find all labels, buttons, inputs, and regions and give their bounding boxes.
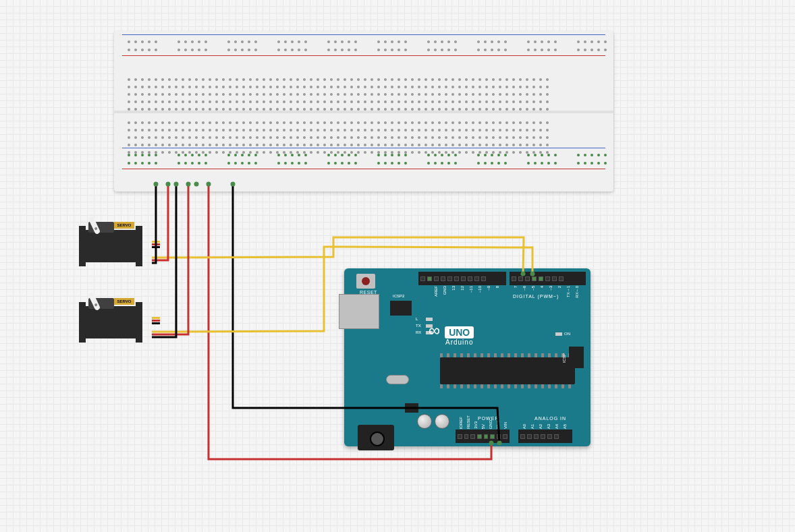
servo-wire-stub	[152, 317, 160, 324]
servo-2[interactable]: SERVO	[84, 294, 152, 341]
usb-port	[339, 294, 379, 329]
arduino-uno[interactable]: RESET ICSP2 L TX RX ∞ UNO Arduino ON DIG…	[344, 268, 591, 446]
breadboard-rail-bot-neg	[128, 150, 600, 167]
rail-holes	[128, 39, 600, 51]
small-header	[405, 403, 418, 413]
barrel-jack	[358, 425, 394, 450]
diagram-canvas[interactable]: SERVO SERVO RESET ICSP2 L TX RX ∞ UNO Ar…	[0, 0, 795, 532]
breadboard-center-divider	[114, 111, 613, 113]
power-header[interactable]	[456, 430, 510, 443]
icsp2-header	[390, 301, 412, 316]
connection-point	[166, 182, 171, 187]
connection-point	[194, 182, 199, 187]
arduino-logo: ∞ UNO	[429, 321, 474, 340]
connection-point	[186, 182, 191, 187]
connection-point	[530, 272, 535, 276]
connection-point	[489, 441, 494, 446]
connection-point	[207, 182, 211, 187]
pin-labels-top: AREFGND1312~11~10~987~6~54~32TX→1RX←0	[420, 286, 588, 298]
pin-labels-bottom: IOREFRESET3V35VGNDGNDVINA0A1A2A3A4A5	[458, 417, 574, 429]
breadboard-rail-top-neg	[128, 36, 600, 54]
wire-vcc-1	[152, 184, 168, 260]
connection-point	[231, 182, 236, 187]
wire-vcc-2	[152, 184, 188, 334]
connection-point	[154, 182, 159, 187]
servo-label: SERVO	[114, 222, 134, 229]
reset-label: RESET	[360, 290, 377, 295]
servo-wire-stub	[152, 241, 160, 248]
wire-gnd-2	[152, 184, 176, 337]
connection-point	[174, 182, 179, 187]
icsp-header	[569, 347, 584, 368]
reset-button[interactable]	[356, 274, 375, 289]
breadboard-terminal-bottom	[128, 120, 600, 154]
capacitor	[417, 414, 432, 429]
connection-point	[497, 441, 502, 446]
atmega-chip	[440, 357, 575, 384]
icsp2-label: ICSP2	[393, 294, 404, 298]
on-led: ON	[555, 332, 570, 336]
icsp-label: ICSP	[562, 353, 566, 363]
wire-gnd-1	[152, 184, 156, 263]
arduino-brand: Arduino	[445, 338, 473, 346]
crystal	[386, 375, 409, 384]
servo-label: SERVO	[114, 298, 134, 305]
breadboard[interactable]	[114, 31, 613, 191]
servo-body	[84, 230, 137, 262]
servo-1[interactable]: SERVO	[84, 218, 152, 265]
analog-header[interactable]	[518, 430, 572, 443]
servo-body	[84, 306, 137, 338]
connection-point	[521, 272, 526, 276]
breadboard-terminal-top	[128, 77, 600, 111]
digital-header-1[interactable]	[418, 272, 506, 285]
capacitor	[435, 414, 449, 429]
